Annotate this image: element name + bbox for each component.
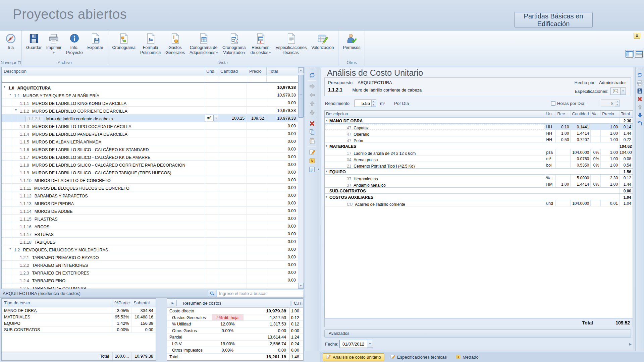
tree-row[interactable]: 1.2.5TARRAJEO DE COLUMNAS [2,284,298,289]
expand-icon[interactable]: ▾ [326,195,327,198]
incidencia-row[interactable]: MANO DE OBRA3.05%334.84 [2,307,156,314]
search-icon[interactable] [208,290,216,297]
column-header-precio[interactable]: Precio [600,111,619,117]
expand-icon[interactable]: ▾ [9,247,11,250]
tree-row[interactable]: 1.1.15PILASTRAS0.00 [2,215,298,222]
filter-cell[interactable] [218,75,247,82]
undo-icon[interactable] [636,119,644,127]
arrow-down-icon[interactable] [307,108,317,117]
search-input[interactable] [217,290,303,297]
analysis-row[interactable]: 47CapatazHH0.100.14411.000.14 [325,124,633,130]
incidencia-row[interactable]: EQUIPO1.42%156.39 [2,320,156,326]
delete-icon[interactable] [307,119,317,128]
expand-icon[interactable]: ▾ [4,85,5,88]
scroll-down-icon[interactable]: ▼ [298,283,304,289]
chevron-down-icon[interactable]: ▼ [367,340,373,348]
fecha-value[interactable]: 01/07/2012 [340,340,367,348]
tab-metrado[interactable]: Metrado [453,353,481,361]
filter-cell[interactable] [267,75,299,82]
column-header-descripcion[interactable]: Descripcion [2,67,204,75]
ribbon-item-exportar[interactable]: Exportar [85,32,105,51]
avanzados-bar[interactable]: Avanzados [324,329,631,338]
ribbon-item-info-[interactable]: Info. Proyecto [64,32,85,56]
rendimiento-value[interactable]: 5.55 [355,100,371,107]
refresh-icon[interactable] [307,71,317,79]
column-header-cantidad[interactable]: Cantidad [570,111,590,117]
edit-icon[interactable] [307,147,317,156]
close-icon[interactable]: x [634,33,640,39]
ribbon-item-formula[interactable]: f=Formula Polinomica [138,32,163,56]
layout-horizontal-icon[interactable] [635,50,643,58]
tree-row[interactable]: 1.1.3MUROS DE LADRILLO TIPO COCADA DE AR… [2,122,298,130]
tree-row[interactable]: 1.2.1TARRAJEO PRIMARIO O RAYADO0.00 [2,253,298,261]
column-header-rec[interactable]: Rec... [555,111,570,117]
panel-scroll-right-icon[interactable]: ▶ [629,342,632,346]
analysis-row[interactable]: 47PeónHH0.500.72071.000.72 [325,136,633,143]
tree-row[interactable]: 1.1.5MUROS DE ALBAÑILERÍA ARMADA0.00 [2,137,298,145]
layout-vertical-icon[interactable] [625,50,634,58]
horas-spinner[interactable]: ▲▼ [615,100,619,107]
tree-row[interactable]: 1.1.17ESTUFAS0.00 [2,230,298,238]
delete-icon[interactable] [636,95,644,103]
ribbon-item-gastos[interactable]: !Gastos Generales [163,32,187,56]
incidencia-row[interactable]: SUB-CONTRATOS0.00%0.00 [2,326,156,333]
analysis-row[interactable]: 21Cemento Portland Tipo I (42.5 Kg)bol0.… [325,162,633,168]
column-header-und[interactable]: Und. [204,67,218,75]
tree-row[interactable]: 1.1.12BARANDAS Y PARAPETOS0.00 [2,191,298,199]
column-header-subtotal[interactable]: Subtotal [131,299,156,307]
especificaciones-combo[interactable]: ▼ [610,87,626,95]
analysis-row[interactable]: 37Herramientas%...5.00002.300.12 [325,175,633,181]
analysis-row[interactable]: ▾MANO DE OBRA2.30 [325,117,633,124]
tree-row[interactable]: ▾1.0ARQUITECTURA10,979.38 [2,83,298,91]
copy-icon[interactable] [307,128,317,136]
tree-row[interactable]: 1.1.11MUROS DE BLOQUES HUECOS DE CONCRET… [2,184,298,191]
analysis-row[interactable]: 37Andamio MetálicoHM1.001.44140%1.001.44 [325,181,633,187]
tree-row[interactable]: 1.1.18TABIQUES0.00 [2,238,298,245]
tree-row[interactable]: ▾1.1.2MUROS DE LADRILLO CORRIENTE DE ARC… [2,107,298,114]
incidencia-row[interactable]: MATERIALES95.53%10,488.16 [2,314,156,320]
column-header-total[interactable]: Total [267,67,299,75]
ribbon-item-valorizacion[interactable]: Valorizacion [309,32,336,51]
tree-scrollbar[interactable]: ▲ ▼ [298,67,304,289]
tree-row[interactable]: 1.1.8MUROS DE LADRILLO SILICO - CALCÁREO… [2,161,298,168]
arrow-down-blue-icon[interactable] [636,111,644,119]
ribbon-item-cronograma[interactable]: Cronograma [110,32,138,51]
horas-input[interactable]: 8 ▲▼ [601,100,620,107]
ribbon-item-ir-a[interactable]: Ir a [2,32,19,51]
tree-row[interactable]: 1.2.2TARRAJEO EN INTERIORES0.00 [2,261,298,268]
ribbon-item-cronograma[interactable]: Cronograma Valorizado ▾ [220,32,248,56]
column-header-precio[interactable]: Precio [247,67,267,75]
rendimiento-input[interactable]: 5.55 ▲▼ [355,100,376,107]
tree-row[interactable]: ▾1.1MUROS Y TABIQUES DE ALBAÑILERÍA10,97… [2,91,298,99]
arrow-up-icon[interactable] [636,103,644,111]
ribbon-item-imprimir[interactable]: Imprimir ▾ [44,32,64,56]
analysis-row[interactable]: 47OperarioHH1.001.44141.001.44 [325,130,633,136]
tree-row[interactable]: 1.1.2.1Muro de ladrillo corriente de cab… [2,114,298,122]
analysis-row[interactable]: ▾COSTOS AUXILIARES1.04 [325,194,633,200]
list-dropdown-icon[interactable]: ▼ [307,165,317,174]
rendimiento-spinner[interactable]: ▲▼ [371,100,376,107]
column-header-cantidad[interactable]: Cantidad [218,67,247,75]
expand-right-icon[interactable]: ▶ [169,300,177,306]
ribbon-item-permisos[interactable]: Permisos [340,32,363,51]
tree-row[interactable]: 1.1.4MUROS DE LADRILLO PANDERETA DE ARCI… [2,130,298,137]
toolbar-grip-icon[interactable] [310,69,314,69]
paste-icon[interactable] [307,136,317,145]
analysis-row[interactable]: 17Ladrillo de arcilla de 24 x 12 x 6cmpz… [325,149,633,156]
chevron-down-icon[interactable]: ▼ [621,87,626,95]
tree-row[interactable]: 1.1.9MUROS DE LADRILLO SILICO - CALCÁREO… [2,168,298,176]
und-cell[interactable]: m²▼ [204,114,218,122]
expand-icon[interactable]: ▾ [9,93,11,96]
arrow-right-icon[interactable] [307,82,317,90]
column-header-pct[interactable]: %... [590,111,600,117]
filter-cell[interactable] [2,75,204,82]
print-icon[interactable] [636,79,644,87]
analysis-row[interactable]: ▾MATERIALES104.62 [325,143,633,149]
ribbon-item-resumen[interactable]: ΣResumen de costos ▾ [248,32,273,56]
filter-cell[interactable] [247,75,267,82]
expand-icon[interactable]: ▾ [326,170,327,173]
tree-row[interactable]: ▾1.2REVOQUES, ENLUCIDOS Y MOLDADURAS0.00 [2,245,298,253]
tree-row[interactable]: 1.1.14MUROS DE ADOBE0.00 [2,207,298,215]
chevron-down-icon[interactable]: ▼ [317,168,320,170]
analysis-row[interactable]: CUAcarreo de lladrillo corrienteund104.0… [325,200,633,206]
